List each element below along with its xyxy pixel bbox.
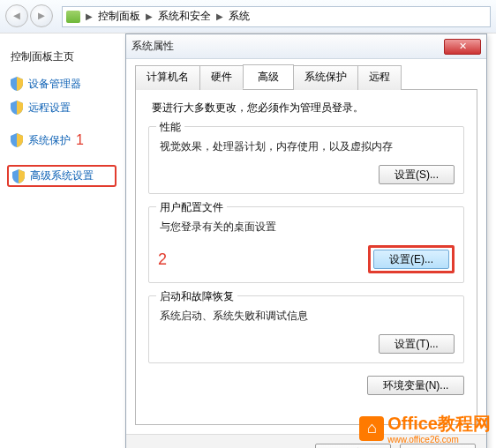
tab-strip: 计算机名 硬件 高级 系统保护 远程 (135, 64, 477, 90)
annotation-2: 2 (158, 250, 167, 269)
watermark-logo: ⌂ Office教程网 www.office26.com (359, 412, 491, 444)
sidebar-title: 控制面板主页 (11, 49, 116, 64)
group-title: 启动和故障恢复 (156, 289, 237, 304)
forward-button[interactable]: ► (30, 4, 53, 27)
performance-settings-button[interactable]: 设置(S)... (379, 165, 455, 184)
user-profiles-settings-button[interactable]: 设置(E)... (373, 250, 449, 269)
breadcrumb[interactable]: ▶ 控制面板 ▶ 系统和安全 ▶ 系统 (62, 6, 491, 27)
tab-hardware[interactable]: 硬件 (199, 65, 244, 90)
group-performance: 性能 视觉效果，处理器计划，内存使用，以及虚拟内存 设置(S)... (148, 126, 464, 194)
breadcrumb-item[interactable]: 系统 (229, 9, 250, 24)
content-area: 系统属性 ✕ 计算机名 硬件 高级 系统保护 远程 要进行大多数更改，您必须作为… (124, 34, 496, 448)
address-toolbar: ◄ ► ▶ 控制面板 ▶ 系统和安全 ▶ 系统 (0, 0, 496, 34)
chevron-right-icon: ▶ (146, 11, 153, 21)
shield-icon (11, 101, 23, 115)
watermark-name: Office教程网 (387, 414, 491, 433)
group-startup-recovery: 启动和故障恢复 系统启动、系统失败和调试信息 设置(T)... (148, 295, 464, 363)
sidebar-item-system-protection[interactable]: 系统保护 (11, 133, 71, 148)
environment-variables-button[interactable]: 环境变量(N)... (367, 376, 464, 395)
sidebar-item-remote-settings[interactable]: 远程设置 (11, 101, 116, 116)
group-desc: 视觉效果，处理器计划，内存使用，以及虚拟内存 (160, 139, 455, 154)
sidebar-item-advanced-system-settings[interactable]: 高级系统设置 (7, 165, 116, 187)
shield-icon (12, 169, 25, 183)
group-title: 用户配置文件 (156, 200, 227, 215)
watermark-url: www.office26.com (387, 436, 491, 444)
close-button[interactable]: ✕ (444, 39, 481, 55)
computer-icon (66, 11, 80, 23)
shield-icon (11, 77, 23, 91)
sidebar-item-label: 高级系统设置 (30, 168, 94, 183)
chevron-right-icon: ▶ (216, 11, 223, 21)
tab-system-protection[interactable]: 系统保护 (293, 65, 358, 90)
annotation-1: 1 (76, 132, 84, 148)
startup-settings-button[interactable]: 设置(T)... (379, 334, 455, 354)
tab-pane-advanced: 要进行大多数更改，您必须作为管理员登录。 性能 视觉效果，处理器计划，内存使用，… (135, 90, 477, 425)
group-desc: 与您登录有关的桌面设置 (160, 220, 455, 235)
sidebar-item-label: 设备管理器 (28, 77, 81, 92)
tab-remote[interactable]: 远程 (357, 65, 402, 90)
admin-notice: 要进行大多数更改，您必须作为管理员登录。 (152, 101, 464, 116)
sidebar-item-label: 远程设置 (28, 101, 71, 116)
dialog-title: 系统属性 (132, 39, 174, 54)
group-user-profiles: 用户配置文件 与您登录有关的桌面设置 2 设置(E)... (148, 206, 464, 283)
sidebar: 控制面板主页 设备管理器 远程设置 系统保护 1 高级系统设置 (0, 34, 124, 448)
chevron-right-icon: ▶ (86, 11, 93, 21)
group-desc: 系统启动、系统失败和调试信息 (160, 309, 455, 324)
nav-buttons: ◄ ► (5, 4, 55, 29)
back-button[interactable]: ◄ (5, 4, 28, 27)
tab-advanced[interactable]: 高级 (243, 64, 294, 89)
shield-icon (11, 133, 23, 147)
breadcrumb-item[interactable]: 系统和安全 (158, 9, 211, 24)
tab-computer-name[interactable]: 计算机名 (135, 65, 200, 90)
dialog-titlebar[interactable]: 系统属性 ✕ (126, 34, 486, 59)
breadcrumb-item[interactable]: 控制面板 (98, 9, 140, 24)
system-properties-dialog: 系统属性 ✕ 计算机名 硬件 高级 系统保护 远程 要进行大多数更改，您必须作为… (125, 34, 487, 448)
group-title: 性能 (156, 120, 184, 135)
sidebar-item-device-manager[interactable]: 设备管理器 (11, 77, 116, 92)
sidebar-item-label: 系统保护 (28, 133, 71, 148)
office-icon: ⌂ (359, 416, 384, 441)
